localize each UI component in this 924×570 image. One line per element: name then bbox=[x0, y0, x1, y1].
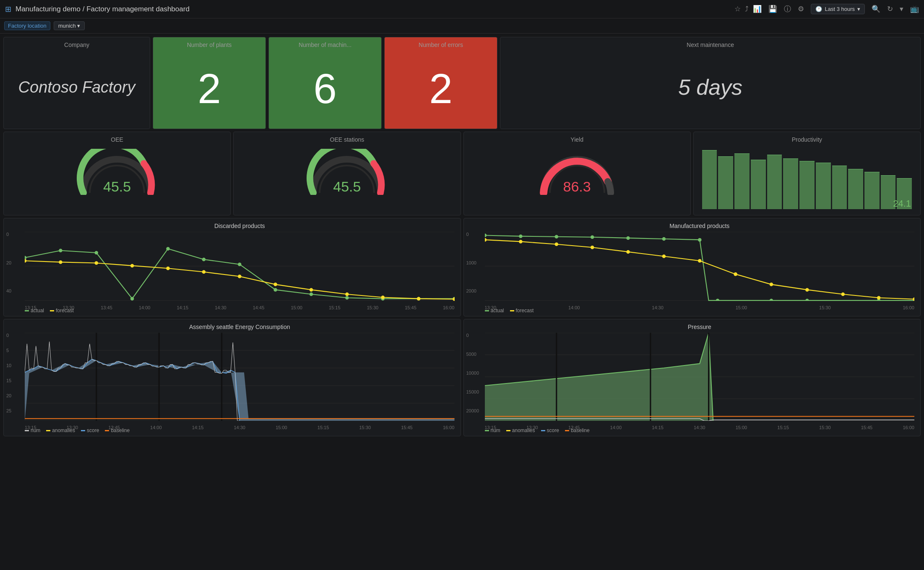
svg-point-53 bbox=[805, 288, 809, 292]
yield-label: Yield bbox=[570, 136, 583, 143]
svg-point-4 bbox=[59, 249, 62, 252]
svg-point-23 bbox=[273, 282, 277, 286]
svg-point-52 bbox=[769, 282, 773, 286]
errors-value: 2 bbox=[429, 67, 453, 109]
svg-point-38 bbox=[698, 238, 701, 242]
errors-label: Number of errors bbox=[385, 41, 497, 48]
stats-row: Company Contoso Factory Number of plants… bbox=[3, 37, 921, 129]
energy-chart-svg bbox=[25, 333, 455, 421]
filterbar: Factory location munich ▾ bbox=[0, 18, 924, 34]
machines-card: Number of machin... 6 bbox=[268, 37, 382, 129]
time-range-picker[interactable]: 🕐 Last 3 hours ▾ bbox=[811, 4, 865, 14]
oee-stations-label: OEE stations bbox=[330, 136, 364, 143]
svg-point-17 bbox=[59, 260, 62, 264]
settings-icon[interactable]: ⚙ bbox=[798, 5, 804, 13]
company-name: Contoso Factory bbox=[18, 78, 135, 96]
yield-gauge-card: Yield 86.3 bbox=[463, 132, 691, 215]
svg-point-21 bbox=[202, 270, 206, 274]
svg-point-25 bbox=[345, 293, 349, 296]
share-icon[interactable]: ⤴ bbox=[745, 5, 749, 13]
tv-icon[interactable]: 📺 bbox=[910, 5, 919, 13]
plants-card: Number of plants 2 bbox=[153, 37, 266, 129]
energy-legend: num anomalies score baseline bbox=[25, 428, 130, 433]
prod-bar bbox=[718, 156, 733, 209]
zoom-out-icon[interactable]: 🔍 bbox=[872, 5, 880, 13]
app-title: Manufacturing demo / Factory management … bbox=[16, 5, 730, 13]
svg-point-50 bbox=[698, 259, 701, 263]
star-icon[interactable]: ☆ bbox=[734, 5, 741, 13]
svg-point-49 bbox=[662, 254, 666, 258]
svg-point-16 bbox=[25, 259, 26, 263]
svg-point-44 bbox=[485, 238, 487, 242]
discarded-products-card: Discarded products 40 20 0 bbox=[3, 218, 461, 316]
manufactured-x-axis: 13:30 14:00 14:30 15:00 15:30 16:00 bbox=[485, 305, 915, 310]
svg-point-6 bbox=[130, 297, 134, 301]
prod-bar bbox=[702, 150, 717, 209]
svg-point-12 bbox=[345, 296, 349, 300]
save-icon[interactable]: 💾 bbox=[768, 5, 777, 13]
svg-point-36 bbox=[626, 236, 630, 240]
prod-bar bbox=[816, 163, 831, 209]
refresh-dropdown-icon[interactable]: ▾ bbox=[900, 5, 903, 13]
svg-point-55 bbox=[877, 296, 880, 300]
maintenance-label: Next maintenance bbox=[500, 41, 920, 48]
discarded-legend: actual forecast bbox=[25, 308, 74, 314]
chevron-down-icon: ▾ bbox=[857, 6, 860, 12]
manufactured-y-axis: 2000 1000 0 bbox=[466, 232, 476, 301]
oee-gauge: 45.5 bbox=[75, 149, 159, 195]
machines-value: 6 bbox=[313, 67, 337, 109]
svg-point-45 bbox=[519, 240, 523, 244]
svg-point-47 bbox=[590, 246, 594, 249]
errors-card: Number of errors 2 bbox=[384, 37, 497, 129]
discarded-y-axis: 40 20 0 bbox=[6, 232, 11, 301]
info-icon[interactable]: ⓘ bbox=[784, 4, 791, 14]
svg-point-33 bbox=[519, 234, 523, 238]
company-card: Company Contoso Factory bbox=[3, 37, 150, 129]
manufactured-chart-svg bbox=[485, 232, 915, 301]
discarded-title: Discarded products bbox=[25, 223, 455, 229]
app-icon: ⊞ bbox=[5, 5, 11, 14]
svg-point-37 bbox=[662, 237, 666, 241]
maintenance-value: 5 days bbox=[678, 75, 742, 100]
prod-bar bbox=[799, 161, 815, 209]
svg-point-48 bbox=[626, 250, 630, 254]
refresh-icon[interactable]: ↻ bbox=[887, 5, 893, 13]
plants-value: 2 bbox=[198, 67, 221, 109]
machines-label: Number of machin... bbox=[269, 41, 381, 48]
manufactured-products-card: Manufactured products 2000 1000 0 bbox=[463, 218, 921, 316]
svg-point-18 bbox=[94, 261, 98, 265]
yield-value: 86.3 bbox=[535, 179, 619, 195]
productivity-value: 24.1 bbox=[893, 198, 911, 209]
svg-point-41 bbox=[805, 299, 809, 301]
time-range-label: Last 3 hours bbox=[825, 6, 855, 12]
filter-chevron-icon: ▾ bbox=[77, 23, 80, 29]
manufactured-title: Manufactured products bbox=[485, 223, 915, 229]
svg-point-34 bbox=[554, 235, 558, 238]
pressure-chart-svg bbox=[485, 333, 915, 421]
svg-point-46 bbox=[554, 243, 558, 246]
clock-icon: 🕐 bbox=[815, 6, 822, 12]
energy-title: Assembly seattle Energy Consumption bbox=[25, 324, 455, 330]
topbar: ⊞ Manufacturing demo / Factory managemen… bbox=[0, 0, 924, 18]
oee-stations-gauge-card: OEE stations 45.5 bbox=[233, 132, 461, 215]
pressure-y-axis: 20000 15000 10000 5000 0 bbox=[466, 333, 479, 421]
add-panel-icon[interactable]: 📊 bbox=[753, 5, 762, 13]
oee-stations-value: 45.5 bbox=[305, 179, 389, 195]
svg-point-27 bbox=[417, 297, 421, 301]
svg-point-11 bbox=[310, 293, 313, 296]
charts-row3: Discarded products 40 20 0 bbox=[3, 218, 921, 316]
manufactured-legend: actual forecast bbox=[485, 308, 534, 314]
svg-point-8 bbox=[202, 258, 206, 262]
oee-gauge-card: OEE 45.5 bbox=[3, 132, 231, 215]
prod-bar bbox=[734, 153, 750, 209]
prod-bar bbox=[848, 169, 863, 209]
topbar-actions: 📊 💾 ⓘ ⚙ 🕐 Last 3 hours ▾ 🔍 ↻ ▾ 📺 bbox=[753, 4, 919, 14]
filter-value[interactable]: munich ▾ bbox=[54, 21, 85, 30]
svg-marker-63 bbox=[25, 359, 455, 421]
svg-point-9 bbox=[238, 262, 242, 266]
discarded-chart-svg bbox=[25, 232, 455, 301]
svg-point-51 bbox=[734, 272, 737, 276]
svg-point-19 bbox=[130, 264, 134, 268]
svg-point-32 bbox=[485, 233, 487, 237]
prod-bar bbox=[832, 166, 847, 209]
